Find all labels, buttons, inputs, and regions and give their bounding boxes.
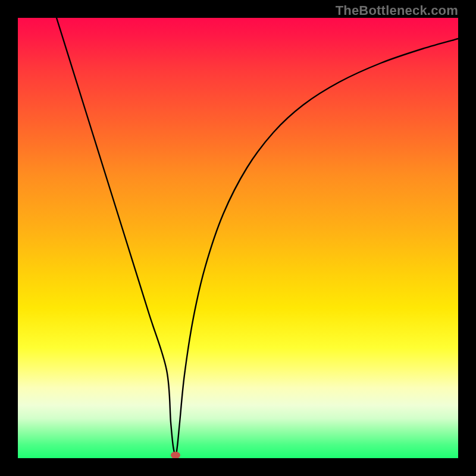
curve-layer <box>18 18 458 458</box>
bottleneck-curve <box>57 18 458 455</box>
watermark-text: TheBottleneck.com <box>336 3 458 18</box>
minimum-marker <box>171 452 180 458</box>
chart-frame: TheBottleneck.com <box>0 0 476 476</box>
plot-area <box>18 18 458 458</box>
